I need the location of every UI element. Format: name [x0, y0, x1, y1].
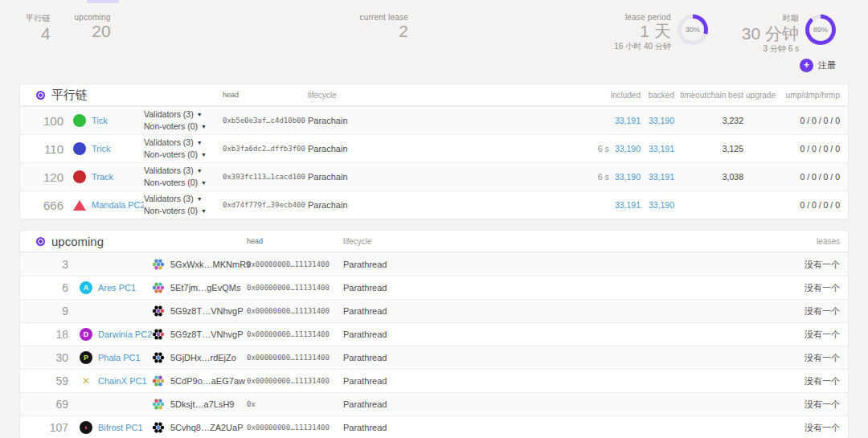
- register-button-label: 注册: [818, 59, 836, 72]
- validators-expander[interactable]: Validators (3)▼: [144, 193, 202, 205]
- section-bullet-icon: [36, 237, 45, 246]
- upcoming-table-header: upcoming head lifecycle leases: [20, 231, 848, 252]
- chevron-down-icon: ▼: [197, 168, 203, 174]
- col-timeout: timeout: [674, 91, 706, 100]
- backed-block-link[interactable]: 33,190: [641, 116, 674, 125]
- leases-value: 没有一个: [768, 305, 840, 317]
- parathread-name-link[interactable]: Ares PC1: [98, 283, 136, 293]
- parachain-row: 100 Tick Validators (3)▼ Non-voters (0)▼…: [20, 106, 848, 134]
- col-lifecycle: lifecycle: [330, 237, 768, 246]
- parachain-name-link[interactable]: Tick: [92, 116, 108, 125]
- parathread-row: 9 5G9z8T…VNhvgP 0x00000000…11131400 Para…: [20, 299, 848, 322]
- stat-epoch: 时期 30 分钟 3 分钟 6 s 89%: [742, 13, 836, 55]
- stat-upcoming-label: upcoming: [75, 13, 111, 22]
- col-backed: backed: [641, 91, 674, 100]
- upcoming-table: upcoming head lifecycle leases 3 5GxWxk……: [20, 231, 848, 438]
- chain-best-value: 3,232: [706, 116, 743, 125]
- parachain-head-hash: 0xd74f779f…39ecb400: [203, 201, 297, 209]
- parathread-id: 3: [28, 258, 68, 271]
- identicon: [152, 398, 165, 411]
- col-leases: leases: [768, 237, 840, 246]
- lease-period-value: 1 天: [614, 22, 671, 41]
- parachain-head-hash: 0xb5e0e3af…c4d10b00: [203, 117, 297, 125]
- stat-parachains-label: 平行链: [26, 13, 51, 24]
- account-address[interactable]: 5GxWxk…MKNmR9: [170, 260, 251, 269]
- parachain-id: 666: [28, 199, 63, 212]
- parachain-row: 666 Mandala PC2 Validators (3)▼ Non-vote…: [20, 190, 848, 219]
- epoch-percent: 89%: [805, 14, 836, 45]
- chevron-down-icon: ▼: [197, 112, 203, 117]
- identicon: [152, 328, 165, 341]
- included-block-link[interactable]: 33,191: [615, 116, 641, 125]
- included-block-link[interactable]: 33,191: [615, 200, 641, 210]
- parachain-row: 120 Track Validators (3)▼ Non-voters (0)…: [20, 162, 848, 190]
- parathread-name-link[interactable]: Phala PC1: [98, 353, 141, 362]
- validators-expander[interactable]: Validators (3)▼: [144, 108, 202, 121]
- parachain-id: 100: [28, 114, 63, 128]
- backed-block-link[interactable]: 33,191: [641, 172, 674, 182]
- non-voters-expander[interactable]: Non-voters (0)▼: [144, 177, 202, 189]
- parathread-name-link[interactable]: Bifrost PC1: [98, 423, 143, 432]
- account-address[interactable]: 5Et7jm…gEvQMs: [170, 283, 240, 293]
- parathread-row: 59 ✕ ChainX PC1 5CdP9o…aEG7aw 0x00000000…: [20, 369, 848, 392]
- stat-upcoming-value: 20: [75, 22, 111, 41]
- parathread-row: 107 ◗ Bifrost PC1 5Cvhq8…ZA2UaP 0x000000…: [20, 415, 848, 438]
- parathread-name-link[interactable]: Darwinia PC2: [98, 330, 152, 339]
- parathread-lifecycle: Parathread: [330, 399, 768, 409]
- account-address[interactable]: 5CdP9o…aEG7aw: [170, 376, 245, 386]
- identicon: [152, 258, 165, 271]
- chevron-down-icon: ▼: [201, 180, 207, 186]
- col-lifecycle: lifecycle: [297, 91, 579, 100]
- identicon: [152, 375, 165, 387]
- non-voters-expander[interactable]: Non-voters (0)▼: [144, 205, 202, 217]
- account-address[interactable]: 5Dksjt…a7LsH9: [170, 399, 234, 409]
- backed-block-link[interactable]: 33,190: [641, 200, 674, 210]
- account-address[interactable]: 5G9z8T…VNhvgP: [170, 330, 243, 339]
- register-button[interactable]: + 注册: [800, 59, 836, 72]
- epoch-progress-ring: 89%: [805, 14, 836, 45]
- parachain-lifecycle: Parachain: [297, 172, 579, 182]
- parathread-head-hash: 0x00000000…11131400: [240, 354, 330, 362]
- account-address[interactable]: 5GjDHx…rdEjZo: [170, 353, 236, 362]
- parathread-head-hash: 0x00000000…11131400: [240, 284, 330, 292]
- parachains-table: 平行链 head lifecycle included backed timeo…: [20, 84, 848, 219]
- block-timer: 6 s: [598, 172, 609, 182]
- identicon: [152, 305, 165, 317]
- chain-logo-icon: [73, 170, 86, 183]
- parachain-lifecycle: Parachain: [297, 116, 579, 125]
- parathread-lifecycle: Parathread: [330, 353, 768, 362]
- leases-value: 没有一个: [768, 352, 840, 364]
- parachain-lifecycle: Parachain: [297, 144, 579, 154]
- parachain-name-link[interactable]: Track: [92, 172, 113, 182]
- parathread-id: 59: [28, 375, 68, 387]
- validators-expander[interactable]: Validators (3)▼: [144, 165, 202, 177]
- stat-current-lease-value: 2: [360, 22, 408, 41]
- chain-best-value: 3,038: [706, 172, 743, 182]
- leases-value: 没有一个: [768, 282, 840, 294]
- parathread-name-link[interactable]: ChainX PC1: [98, 376, 147, 386]
- section-bullet-icon: [36, 91, 45, 100]
- parathread-head-hash: 0x00000000…11131400: [240, 377, 330, 385]
- parathread-head-hash: 0x00000000…11131400: [240, 424, 330, 432]
- validators-expander[interactable]: Validators (3)▼: [144, 137, 202, 149]
- non-voters-expander[interactable]: Non-voters (0)▼: [144, 121, 202, 133]
- account-address[interactable]: 5Cvhq8…ZA2UaP: [170, 423, 244, 432]
- included-block-link[interactable]: 33,190: [615, 144, 641, 154]
- included-block-link[interactable]: 33,190: [615, 172, 641, 182]
- parathread-lifecycle: Parathread: [330, 376, 768, 386]
- chain-best-value: 3,125: [706, 144, 743, 154]
- summary-header: 平行链 4 upcoming 20 current lease 2 lease …: [0, 0, 868, 50]
- parachain-name-link[interactable]: Trick: [92, 144, 110, 154]
- epoch-label: 时期: [742, 13, 799, 24]
- parachain-name-link[interactable]: Mandala PC2: [92, 200, 144, 210]
- col-included: included: [579, 91, 641, 100]
- parathread-lifecycle: Parathread: [330, 283, 768, 293]
- ump-dmp-hrmp-counts: 0 / 0 / 0 / 0: [776, 116, 840, 125]
- parathread-head-hash: 0x00000000…11131400: [240, 260, 330, 268]
- account-address[interactable]: 5G9z8T…VNhvgP: [170, 306, 243, 316]
- backed-block-link[interactable]: 33,191: [641, 144, 674, 154]
- stat-lease-period: lease period 1 天 16 小时 40 分钟 30%: [614, 13, 708, 52]
- chain-logo-icon: [73, 142, 86, 155]
- non-voters-expander[interactable]: Non-voters (0)▼: [144, 149, 202, 161]
- parathread-row: 18 D Darwinia PC2 5G9z8T…VNhvgP 0x000000…: [20, 322, 848, 346]
